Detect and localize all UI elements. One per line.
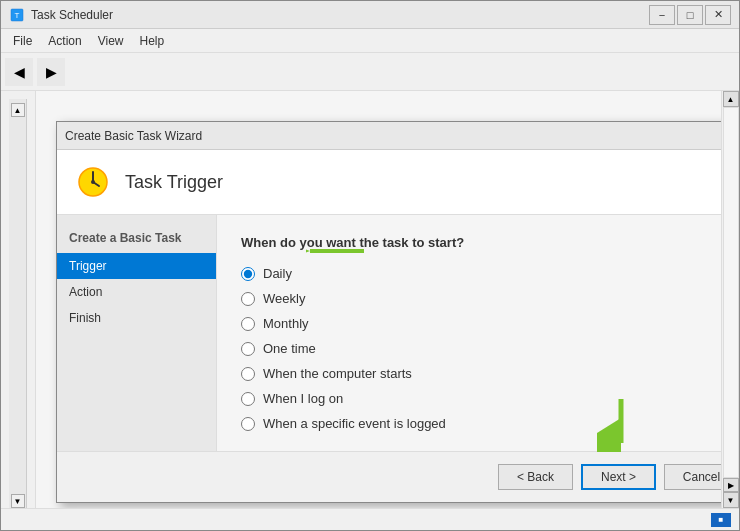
trigger-options: Daily Weekly Monthly [241, 266, 721, 431]
menu-file[interactable]: File [5, 32, 40, 50]
green-arrow-left [306, 236, 366, 266]
step-action[interactable]: Action [57, 279, 216, 305]
status-indicator: ■ [711, 513, 731, 527]
label-onetime: One time [263, 341, 316, 356]
back-button[interactable]: ◀ [5, 58, 33, 86]
menubar: File Action View Help [1, 29, 739, 53]
dialog-titlebar: Create Basic Task Wizard ✕ [57, 122, 721, 150]
outer-title: Task Scheduler [31, 8, 649, 22]
green-arrow-down [597, 397, 645, 452]
dialog-body: Task Trigger Create a Basic Task Trigger… [57, 150, 721, 502]
label-monthly: Monthly [263, 316, 309, 331]
radio-onetime[interactable] [241, 342, 255, 356]
outer-window: T Task Scheduler − □ ✕ File Action View … [0, 0, 740, 531]
statusbar-indicators: ■ [711, 513, 731, 527]
dialog-footer: < Back Next > Cancel [57, 451, 721, 502]
scroll-down-btn[interactable]: ▼ [11, 494, 25, 508]
statusbar: ■ [1, 508, 739, 530]
dialog-title: Create Basic Task Wizard [65, 129, 721, 143]
app-icon: T [9, 7, 25, 23]
dialog-header-title: Task Trigger [125, 172, 223, 193]
option-onetime[interactable]: One time [241, 341, 721, 356]
create-basic-task-dialog: Create Basic Task Wizard ✕ [56, 121, 721, 503]
radio-logon[interactable] [241, 392, 255, 406]
steps-sidebar-title: Create a Basic Task [57, 231, 216, 253]
radio-monthly[interactable] [241, 317, 255, 331]
scroll-down-right[interactable]: ▼ [723, 492, 739, 508]
label-weekly: Weekly [263, 291, 305, 306]
scroll-right-btn[interactable]: ▶ [723, 478, 739, 492]
svg-point-5 [91, 180, 95, 184]
label-startup: When the computer starts [263, 366, 412, 381]
svg-text:T: T [15, 11, 20, 20]
steps-sidebar: Create a Basic Task Trigger Action Finis… [57, 215, 217, 451]
radio-weekly[interactable] [241, 292, 255, 306]
dialog-form: When do you want the task to start? Dail… [217, 215, 721, 451]
window-controls: − □ ✕ [649, 5, 731, 25]
close-window-button[interactable]: ✕ [705, 5, 731, 25]
step-trigger[interactable]: Trigger [57, 253, 216, 279]
option-monthly[interactable]: Monthly [241, 316, 721, 331]
toolbar: ◀ ▶ [1, 53, 739, 91]
maximize-button[interactable]: □ [677, 5, 703, 25]
left-panel: ▲ ▼ [1, 91, 36, 508]
label-daily: Daily [263, 266, 292, 281]
radio-startup[interactable] [241, 367, 255, 381]
back-button[interactable]: < Back [498, 464, 573, 490]
label-event: When a specific event is logged [263, 416, 446, 431]
next-button[interactable]: Next > [581, 464, 656, 490]
option-daily[interactable]: Daily [241, 266, 721, 281]
menu-help[interactable]: Help [132, 32, 173, 50]
dialog-header: Task Trigger [57, 150, 721, 215]
radio-daily[interactable] [241, 267, 255, 281]
right-scrollbar: ▲ ▶ ▼ [721, 91, 739, 508]
dialog-header-icon [73, 162, 113, 202]
scroll-up-right[interactable]: ▲ [723, 91, 739, 107]
radio-event[interactable] [241, 417, 255, 431]
option-weekly[interactable]: Weekly [241, 291, 721, 306]
scroll-up-btn[interactable]: ▲ [11, 103, 25, 117]
option-startup[interactable]: When the computer starts [241, 366, 721, 381]
outer-titlebar: T Task Scheduler − □ ✕ [1, 1, 739, 29]
forward-button[interactable]: ▶ [37, 58, 65, 86]
menu-action[interactable]: Action [40, 32, 89, 50]
label-logon: When I log on [263, 391, 343, 406]
step-finish[interactable]: Finish [57, 305, 216, 331]
option-event[interactable]: When a specific event is logged [241, 416, 721, 431]
center-content: Create Basic Task Wizard ✕ [36, 91, 721, 508]
cancel-button[interactable]: Cancel [664, 464, 721, 490]
option-logon[interactable]: When I log on [241, 391, 721, 406]
main-content: ▲ ▼ Create Basic Task Wizard ✕ [1, 91, 739, 508]
minimize-button[interactable]: − [649, 5, 675, 25]
menu-view[interactable]: View [90, 32, 132, 50]
scroll-track-right[interactable] [723, 107, 739, 478]
